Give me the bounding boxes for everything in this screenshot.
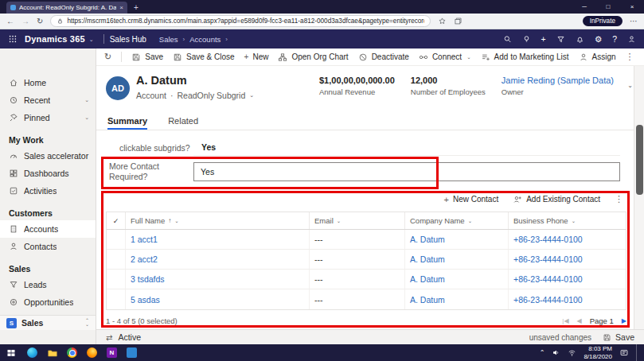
- owner-link[interactable]: Jamie Reding (Sample Data): [502, 76, 614, 85]
- connect-button[interactable]: Connect ⌄: [419, 52, 471, 62]
- column-header-company[interactable]: Company Name ⌄: [405, 212, 509, 229]
- collapse-header-chevron-icon[interactable]: ⌄: [627, 82, 633, 89]
- previous-page-icon[interactable]: ◀: [577, 317, 582, 324]
- inprivate-badge[interactable]: InPrivate: [583, 16, 623, 26]
- form-refresh-icon[interactable]: ↻: [104, 52, 111, 62]
- sidebar-item-dashboards[interactable]: Dashboards: [0, 165, 96, 182]
- sidebar-item-accounts[interactable]: Accounts: [0, 220, 96, 238]
- address-bar[interactable]: https://mscrm16tech.crm8.dynamics.com/ma…: [50, 15, 431, 27]
- sidebar-item-home[interactable]: Home: [0, 74, 96, 91]
- company-link[interactable]: A. Datum: [405, 289, 509, 309]
- sidebar-item-contacts[interactable]: Contacts: [0, 238, 96, 255]
- app-switcher[interactable]: S Sales ⌃ ⌄: [0, 315, 96, 330]
- breadcrumb-entity[interactable]: Accounts: [189, 35, 221, 44]
- table-row[interactable]: 2 acct2 --- A. Datum +86-23-4444-0100: [107, 250, 626, 270]
- chevron-down-icon[interactable]: ⌄: [249, 92, 254, 99]
- contact-link[interactable]: 3 tsdafds: [126, 270, 310, 289]
- back-icon[interactable]: ←: [6, 17, 14, 25]
- forward-icon[interactable]: →: [21, 17, 29, 25]
- browser-menu-icon[interactable]: ⋯: [630, 17, 638, 25]
- more-commands-icon[interactable]: ⋮: [626, 52, 634, 62]
- row-checkbox[interactable]: [107, 230, 126, 249]
- contact-link[interactable]: 5 asdas: [126, 289, 310, 309]
- new-tab-button[interactable]: +: [134, 2, 139, 14]
- sidebar-item-recent[interactable]: Recent ⌄: [0, 91, 96, 109]
- new-button[interactable]: + New: [244, 52, 269, 61]
- app-switcher-chevrons[interactable]: ⌃ ⌄: [85, 319, 89, 327]
- table-row[interactable]: 1 acct1 --- A. Datum +86-23-4444-0100: [107, 230, 626, 250]
- phone-link[interactable]: +86-23-4444-0100: [509, 230, 626, 249]
- sidebar-item-pinned[interactable]: Pinned ⌄: [0, 109, 96, 126]
- assign-button[interactable]: Assign: [579, 52, 616, 62]
- row-checkbox[interactable]: [107, 270, 126, 289]
- sidebar-item-activities[interactable]: Activities: [0, 182, 96, 200]
- contact-link[interactable]: 2 acct2: [126, 250, 310, 269]
- contact-link[interactable]: 1 acct1: [126, 230, 310, 249]
- phone-link[interactable]: +86-23-4444-0100: [509, 270, 626, 289]
- status-save-button[interactable]: Save: [603, 332, 634, 342]
- chevron-down-icon[interactable]: ⌄: [84, 97, 89, 103]
- firefox-icon[interactable]: [82, 344, 102, 361]
- company-link[interactable]: A. Datum: [405, 250, 509, 269]
- gear-icon[interactable]: ⚙: [595, 35, 602, 44]
- table-row[interactable]: 3 tsdafds --- A. Datum +86-23-4444-0100: [107, 270, 626, 289]
- show-desktop-button[interactable]: [636, 344, 640, 361]
- app-title[interactable]: Dynamics 365: [25, 34, 85, 44]
- save-button[interactable]: Save: [131, 52, 163, 62]
- column-header-phone[interactable]: Business Phone ⌄: [509, 212, 626, 229]
- file-explorer-icon[interactable]: [42, 344, 62, 361]
- action-center-icon[interactable]: [619, 348, 629, 358]
- company-link[interactable]: A. Datum: [405, 270, 509, 289]
- tab-close-icon[interactable]: ×: [119, 4, 123, 11]
- quick-create-icon[interactable]: +: [541, 35, 546, 44]
- first-page-icon[interactable]: |◀: [562, 317, 568, 324]
- scrollbar-thumb[interactable]: [636, 125, 643, 195]
- phone-link[interactable]: +86-23-4444-0100: [509, 250, 626, 269]
- chevron-down-icon[interactable]: ⌄: [468, 218, 472, 224]
- sidebar-item-opportunities[interactable]: Opportunities: [0, 293, 96, 311]
- edge-icon[interactable]: [22, 344, 42, 361]
- next-page-icon[interactable]: ▶: [622, 317, 626, 324]
- tab-summary[interactable]: Summary: [107, 116, 147, 130]
- column-header-full-name[interactable]: Full Name ↑ ⌄: [126, 212, 310, 229]
- network-icon[interactable]: [568, 348, 576, 357]
- onenote-icon[interactable]: N: [102, 344, 122, 361]
- chevron-down-icon[interactable]: ⌄: [337, 218, 341, 224]
- vscode-icon[interactable]: [122, 344, 142, 361]
- browser-tab[interactable]: Account: ReadOnly Subgrid: A. Datum ×: [6, 2, 127, 14]
- column-header-email[interactable]: Email ⌄: [310, 212, 405, 229]
- favorites-star-icon[interactable]: [438, 17, 447, 25]
- subgrid-more-commands-icon[interactable]: ⋮: [615, 194, 623, 204]
- close-button[interactable]: ×: [620, 0, 644, 14]
- minimize-button[interactable]: ─: [572, 0, 596, 14]
- search-icon[interactable]: [503, 35, 512, 44]
- add-to-marketing-list-button[interactable]: Add to Marketing List: [481, 52, 569, 62]
- select-all-checkbox[interactable]: ✓: [107, 212, 126, 229]
- deactivate-button[interactable]: Deactivate: [358, 52, 409, 62]
- taskbar-clock[interactable]: 8:03 PM 8/18/2020: [584, 345, 612, 360]
- form-selector[interactable]: ReadOnly Subgrid: [177, 91, 245, 100]
- company-link[interactable]: A. Datum: [405, 230, 509, 249]
- table-row[interactable]: 5 asdas --- A. Datum +86-23-4444-0100: [107, 289, 626, 309]
- hub-name[interactable]: Sales Hub: [110, 35, 146, 44]
- row-checkbox[interactable]: [107, 289, 126, 309]
- start-button[interactable]: [0, 344, 22, 361]
- add-existing-contact-button[interactable]: Add Existing Contact: [513, 195, 600, 204]
- user-icon[interactable]: [627, 35, 636, 44]
- chevron-down-icon[interactable]: ⌄: [84, 115, 89, 121]
- collections-icon[interactable]: [454, 17, 463, 25]
- lightbulb-icon[interactable]: [522, 35, 531, 44]
- app-title-chevron-icon[interactable]: ⌄: [89, 37, 94, 43]
- more-contact-required-input[interactable]: Yes: [193, 162, 620, 181]
- maximize-button[interactable]: □: [596, 0, 620, 14]
- tab-related[interactable]: Related: [168, 116, 198, 130]
- open-org-chart-button[interactable]: Open Org Chart: [278, 52, 348, 62]
- filter-icon[interactable]: [556, 35, 565, 44]
- sidebar-item-leads[interactable]: Leads: [0, 276, 96, 293]
- chrome-icon[interactable]: [62, 344, 82, 361]
- help-icon[interactable]: ?: [612, 35, 617, 44]
- tray-chevron-icon[interactable]: ⌃: [540, 349, 545, 356]
- vertical-scrollbar[interactable]: [634, 66, 644, 329]
- sidebar-item-sales-accelerator[interactable]: Sales accelerator (...: [0, 147, 96, 165]
- breadcrumb-area[interactable]: Sales: [159, 35, 178, 44]
